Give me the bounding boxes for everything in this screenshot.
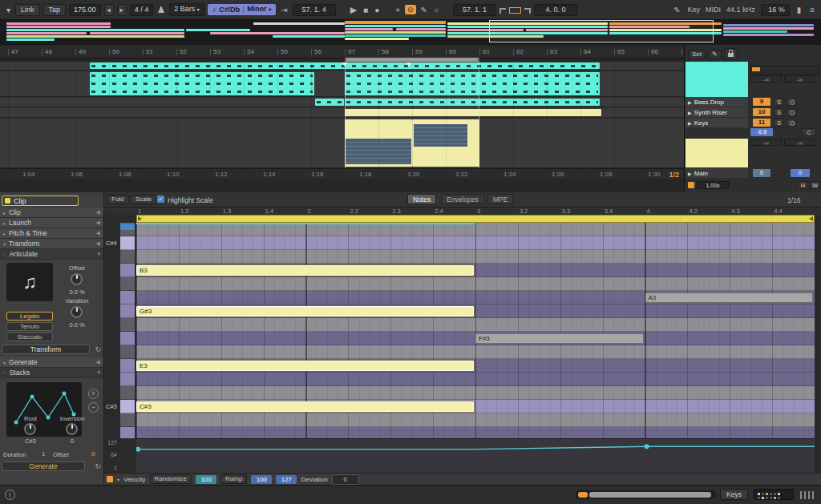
piano-key[interactable] [120, 304, 135, 318]
loop-button[interactable] [509, 7, 521, 14]
piano-key[interactable] [120, 373, 135, 386]
track-name-area[interactable]: ▶Keys [686, 118, 748, 127]
locator-marker[interactable] [406, 62, 412, 67]
highlight-scale-checkbox[interactable]: ✓ [157, 196, 164, 203]
set-locator-button[interactable]: Set [688, 50, 706, 59]
piano-key[interactable] [120, 332, 135, 345]
arrangement-clip[interactable] [315, 99, 344, 106]
midi-note[interactable]: G#3 [136, 306, 474, 317]
track-header[interactable]: ▶Bass Drop9S [686, 97, 820, 107]
arrangement-clip[interactable] [345, 109, 601, 116]
time-signature-field[interactable]: 4 / 4 [130, 4, 154, 16]
note-grid[interactable]: B3G#3E3C#3F#3A3 [136, 223, 815, 438]
section-clip[interactable]: ▸Clip◀ [0, 208, 103, 218]
tempo-field[interactable]: 175.00 [69, 4, 101, 16]
inversion-value[interactable]: 0 [50, 437, 95, 445]
piano-key[interactable] [120, 318, 135, 332]
arrangement-clip[interactable] [90, 72, 314, 95]
collapse-arrow-icon[interactable]: ◀ [96, 230, 100, 236]
arrangement-position-field[interactable]: 57. 1. 4 [293, 4, 336, 16]
beat-ruler[interactable]: 11.21.31.422.22.32.433.23.33.444.24.34.4 [104, 208, 821, 215]
pencil-icon[interactable]: ✎ [708, 50, 722, 59]
horizontal-scrollbar[interactable] [576, 490, 716, 499]
track-solo-button[interactable]: S [774, 119, 784, 127]
arrangement-tracks[interactable] [0, 62, 684, 168]
info-icon[interactable]: i [5, 490, 15, 500]
track-color-block-yellow[interactable] [686, 139, 748, 167]
offset-value[interactable]: 0.0 % [53, 288, 101, 296]
keys-send-a[interactable]: -∞ [750, 139, 782, 146]
new-button[interactable]: + [394, 6, 402, 14]
nudge-up-button[interactable]: ▸ [117, 4, 127, 16]
arrangement-track-lane[interactable] [0, 71, 684, 97]
clip-loop-bar[interactable] [136, 215, 815, 223]
scale-display[interactable]: ♪ C#/Db Minor ▾ [208, 4, 277, 15]
velocity-lane[interactable] [136, 438, 815, 473]
preview-button[interactable] [120, 224, 135, 230]
stacks-selector[interactable]: ○ Stacks ▾ [0, 368, 103, 378]
main-value-1[interactable]: 0 [753, 169, 770, 177]
piano-keys-column[interactable] [120, 223, 135, 438]
refresh-icon[interactable]: ↻ [95, 462, 101, 470]
gen-offset-value[interactable]: 0 [91, 450, 95, 458]
bar-ruler[interactable]: 4748495051525354555657585960616263646566… [0, 46, 684, 58]
keys-send-b[interactable]: -∞ [784, 139, 815, 146]
height-button[interactable]: H [798, 181, 808, 189]
level-meter-icon[interactable] [800, 491, 815, 499]
piano-key[interactable] [120, 400, 135, 413]
piano-key[interactable] [120, 291, 135, 304]
variation-knob[interactable] [71, 306, 83, 318]
collapse-arrow-icon[interactable]: ◀ [96, 359, 100, 365]
play-button[interactable]: ▶ [349, 5, 358, 15]
articulation-staccato[interactable]: Staccato [6, 333, 53, 341]
piano-row[interactable] [136, 236, 815, 250]
link-button[interactable]: Link [15, 4, 40, 16]
randomize-amount[interactable]: 100 [196, 475, 216, 484]
section-transform[interactable]: ▾Transform◀ [0, 239, 103, 249]
reenable-automation-button[interactable]: ○ [432, 6, 440, 14]
arrangement-clip[interactable] [412, 119, 479, 167]
section-launch[interactable]: ▸Launch◀ [0, 218, 103, 228]
articulate-selector[interactable]: ○ Articulate ▾ [0, 249, 103, 260]
piano-key[interactable] [120, 386, 135, 400]
arrangement-track-lane[interactable] [0, 108, 684, 118]
arrangement-loop-brace[interactable] [345, 58, 479, 62]
articulation-tenuto[interactable]: Tenuto [6, 322, 53, 331]
lane-selector-chevron[interactable]: ▾ [117, 477, 119, 482]
piano-row[interactable] [136, 373, 815, 386]
stop-button[interactable]: ■ [362, 6, 370, 14]
midi-note[interactable]: B3 [136, 265, 474, 276]
arrangement-clip[interactable] [345, 72, 600, 95]
track-solo-button[interactable]: S [774, 98, 784, 106]
loop-start-field[interactable]: 57. 1. 1 [453, 4, 496, 16]
section-pitch-time[interactable]: ▸Pitch & Time◀ [0, 228, 103, 239]
ramp-start-value[interactable]: 100 [251, 475, 272, 484]
locator-marker[interactable] [342, 62, 348, 67]
scrollbar-thumb[interactable] [589, 492, 711, 498]
track-header[interactable]: ▶Keys11S [686, 118, 820, 127]
chevron-down-icon[interactable]: ▾ [5, 6, 12, 14]
midi-note[interactable]: F#3 [475, 333, 644, 344]
keys-volume-value[interactable]: -6.8 [750, 128, 773, 136]
overdub-button[interactable]: ⊙ [405, 5, 416, 14]
automation-arm-button[interactable]: ✎ [419, 6, 429, 14]
articulation-legato[interactable]: Legato [6, 312, 53, 321]
track-name-area[interactable]: ▶Synth Riser [686, 107, 748, 117]
root-value[interactable]: C#3 [14, 437, 47, 445]
inversion-knob[interactable] [66, 423, 78, 435]
piano-row[interactable] [136, 427, 815, 438]
ramp-button[interactable]: Ramp [220, 474, 247, 484]
refresh-icon[interactable]: ↻ [95, 345, 101, 353]
hamburger-menu-icon[interactable]: ≡ [808, 6, 816, 14]
overview-view-rectangle[interactable] [489, 20, 714, 42]
fold-button[interactable]: Fold [107, 195, 129, 204]
piano-row[interactable] [136, 345, 815, 359]
offset-knob[interactable] [71, 273, 83, 285]
remove-stack-button[interactable]: − [88, 402, 99, 413]
midi-note[interactable]: E3 [136, 361, 474, 371]
generate-apply-button[interactable]: Generate [2, 462, 85, 471]
piano-key[interactable] [120, 345, 135, 359]
piano-row[interactable] [136, 277, 815, 291]
midi-note[interactable]: C#3 [136, 401, 474, 412]
midi-note[interactable]: A3 [645, 292, 814, 303]
